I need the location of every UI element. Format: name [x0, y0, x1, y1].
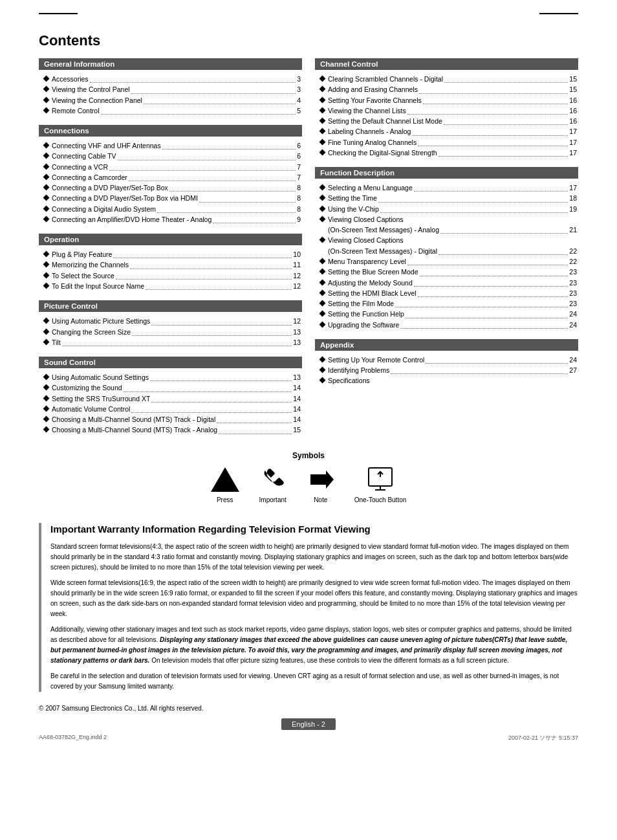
- page-number: 17: [569, 126, 577, 137]
- item-text: Specifications: [328, 375, 370, 386]
- section-header-channel-control: Channel Control: [315, 58, 578, 70]
- page-number: 13: [293, 372, 301, 382]
- section-channel-control: Channel ControlClearing Scrambled Channe…: [315, 58, 578, 159]
- symbol-important: Important: [259, 465, 287, 503]
- item-content: Viewing the Control Panel3: [52, 84, 301, 94]
- item-text: To Select the Source: [52, 271, 114, 281]
- diamond-icon: [43, 272, 50, 278]
- page-number: 24: [569, 320, 577, 330]
- one-touch-button-icon: [366, 465, 395, 494]
- diamond-icon: [319, 138, 326, 145]
- section-items-picture-control: Using Automatic Picture Settings12Changi…: [39, 315, 302, 349]
- item-content: Fine Tuning Analog Channels17: [328, 137, 577, 148]
- section-items-channel-control: Clearing Scrambled Channels - Digital15A…: [315, 72, 578, 159]
- page-number: 8: [297, 204, 301, 214]
- item-content: Adjusting the Melody Sound23: [328, 278, 577, 288]
- item-text: Setting the Function Help: [328, 309, 404, 319]
- diamond-icon: [319, 377, 326, 384]
- item-text: Setting the Blue Screen Mode: [328, 267, 418, 277]
- item-text: Remote Control: [52, 105, 100, 116]
- item-content: Setting the SRS TruSurround XT14: [52, 393, 301, 404]
- list-item: Connecting a DVD Player/Set-Top Box8: [43, 182, 302, 193]
- item-content: Setting the Function Help24: [328, 309, 577, 319]
- list-item: Plug & Play Feature10: [43, 249, 302, 260]
- warranty-paragraph: Be careful in the selection and duration…: [50, 671, 578, 692]
- section-items-function-description: Selecting a Menu Language17Setting the T…: [315, 181, 578, 331]
- item-content: Plug & Play Feature10: [52, 249, 301, 260]
- diamond-icon: [43, 216, 50, 222]
- list-item: Using the V-Chip19: [319, 204, 578, 214]
- page-number: 17: [569, 137, 577, 148]
- item-content: Choosing a Multi-Channel Sound (MTS) Tra…: [52, 414, 301, 425]
- page-number: 3: [297, 84, 301, 94]
- item-text: Customizing the Sound: [52, 382, 122, 393]
- page-number: 22: [569, 256, 577, 267]
- diamond-icon: [319, 279, 326, 285]
- diamond-icon: [43, 283, 50, 289]
- diamond-icon: [43, 195, 50, 201]
- page-number: 12: [293, 271, 301, 281]
- item-content: Menu Transparency Level22: [328, 256, 577, 267]
- diamond-icon: [319, 118, 326, 124]
- diamond-icon: [319, 311, 326, 317]
- important-icon: [259, 465, 287, 494]
- symbol-label: Note: [314, 496, 327, 503]
- copyright: © 2007 Samsung Electronics Co., Ltd. All…: [39, 705, 578, 712]
- svg-marker-0: [310, 470, 334, 489]
- meta-right: 2007-02-21 ソサナ 5:15:37: [508, 734, 578, 742]
- item-content: Connecting a Camcorder7: [52, 172, 301, 182]
- item-text: Adding and Erasing Channels: [328, 84, 418, 94]
- section-operation: OperationPlug & Play Feature10Memorizing…: [39, 234, 302, 293]
- list-item: Accessories3: [43, 74, 302, 84]
- list-item: Using Automatic Sound Settings13: [43, 372, 302, 382]
- list-item: Connecting a Digital Audio System8: [43, 204, 302, 214]
- diamond-icon: [43, 338, 50, 345]
- section-items-general-information: Accessories3Viewing the Control Panel3Vi…: [39, 72, 302, 117]
- section-items-sound-control: Using Automatic Sound Settings13Customiz…: [39, 371, 302, 437]
- page-number: 14: [293, 414, 301, 425]
- diamond-icon: [319, 128, 326, 135]
- item-content: Checking the Digital-Signal Strength17: [328, 148, 577, 158]
- page-number: 8: [297, 182, 301, 193]
- item-content: Connecting Cable TV6: [52, 151, 301, 161]
- list-item: Viewing Closed Captions(On-Screen Text M…: [319, 235, 578, 256]
- list-item: Automatic Volume Control14: [43, 404, 302, 414]
- item-text: Setting the Time: [328, 193, 377, 203]
- diamond-icon: [43, 416, 50, 423]
- item-text: Accessories: [52, 74, 89, 84]
- diamond-icon: [43, 163, 50, 170]
- symbol-press: Press: [211, 465, 239, 503]
- page-number: 23: [569, 288, 577, 298]
- list-item: Specifications: [319, 375, 578, 386]
- diamond-icon: [43, 318, 50, 324]
- item-text: Viewing Closed Captions: [328, 235, 404, 245]
- page-number: 9: [297, 214, 301, 225]
- symbol-label: Important: [259, 496, 287, 503]
- page-number: 18: [569, 193, 577, 203]
- item-text: Setting Your Favorite Channels: [328, 95, 422, 105]
- item-text: Using the V-Chip: [328, 204, 379, 214]
- page-number: 23: [569, 267, 577, 277]
- page-number: 23: [569, 298, 577, 309]
- item-text: Connecting a Digital Audio System: [52, 204, 156, 214]
- list-item: Changing the Screen Size13: [43, 327, 302, 337]
- item-content: Using the V-Chip19: [328, 204, 577, 214]
- symbol-label: One-Touch Button: [354, 496, 407, 503]
- bottom-meta: AA68-03782G_Eng.indd 2 2007-02-21 ソサナ 5:…: [39, 734, 578, 742]
- page-number: 15: [293, 425, 301, 435]
- page-number: 12: [293, 281, 301, 291]
- item-content: Connecting VHF and UHF Antennas6: [52, 140, 301, 151]
- item-content: Identifying Problems27: [328, 365, 577, 375]
- item-content: Upgrading the Software24: [328, 320, 577, 330]
- diamond-icon: [319, 289, 326, 296]
- diamond-icon: [43, 184, 50, 191]
- footer: © 2007 Samsung Electronics Co., Ltd. All…: [39, 705, 578, 742]
- item-text: Automatic Volume Control: [52, 404, 130, 414]
- item-content: Choosing a Multi-Channel Sound (MTS) Tra…: [52, 425, 301, 435]
- page-number: 19: [569, 204, 577, 214]
- section-items-connections: Connecting VHF and UHF Antennas6Connecti…: [39, 139, 302, 226]
- item-text: Connecting a DVD Player/Set-Top Box via …: [52, 193, 198, 203]
- section-sound-control: Sound ControlUsing Automatic Sound Setti…: [39, 357, 302, 437]
- item-text: Checking the Digital-Signal Strength: [328, 148, 437, 158]
- section-header-sound-control: Sound Control: [39, 357, 302, 368]
